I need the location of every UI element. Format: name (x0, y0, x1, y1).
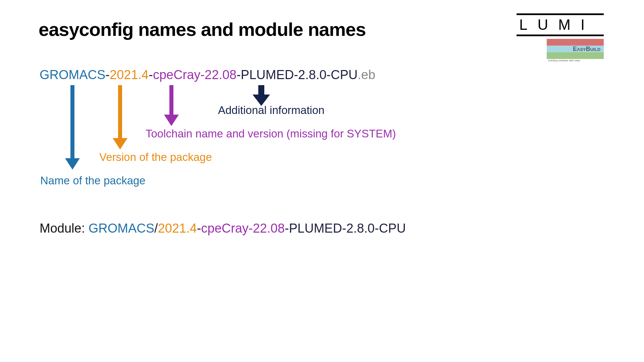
module-line: Module: GROMACS/2021.4-cpeCray-22.08-PLU… (40, 221, 406, 236)
caption-version: Version of the package (99, 151, 212, 164)
arrow-toolchain (164, 85, 179, 126)
easyconfig-filename: GROMACS-2021.4-cpeCray-22.08-PLUMED-2.8.… (40, 68, 375, 82)
lumi-logo: LUMI EasyBuild building software with ea… (517, 13, 604, 62)
caption-toolchain: Toolchain name and version (missing for … (146, 127, 396, 140)
part-version: 2021.4 (110, 68, 149, 82)
part-name: GROMACS (40, 68, 105, 82)
part-ext: .eb (358, 68, 375, 82)
module-label: Module: (40, 221, 89, 235)
caption-extra: Additional information (218, 104, 324, 117)
caption-name: Name of the package (40, 174, 146, 187)
module-sep: / (154, 221, 158, 235)
arrow-extra (253, 85, 270, 106)
module-suffix: PLUMED-2.8.0-CPU (289, 221, 406, 235)
module-toolchain: cpeCray-22.08 (201, 221, 285, 235)
part-suffix: PLUMED-2.8.0-CPU (241, 68, 358, 82)
module-version: 2021.4 (158, 221, 197, 235)
part-toolchain: cpeCray-22.08 (153, 68, 236, 82)
slide-title: easyconfig names and module names (39, 18, 366, 40)
lumi-text: LUMI (517, 16, 604, 35)
arrow-name (65, 85, 80, 170)
easybuild-text: EasyBuild (573, 46, 600, 53)
easybuild-tagline: building software with ease (548, 59, 604, 62)
arrow-version (113, 85, 127, 149)
module-name: GROMACS (89, 221, 154, 235)
